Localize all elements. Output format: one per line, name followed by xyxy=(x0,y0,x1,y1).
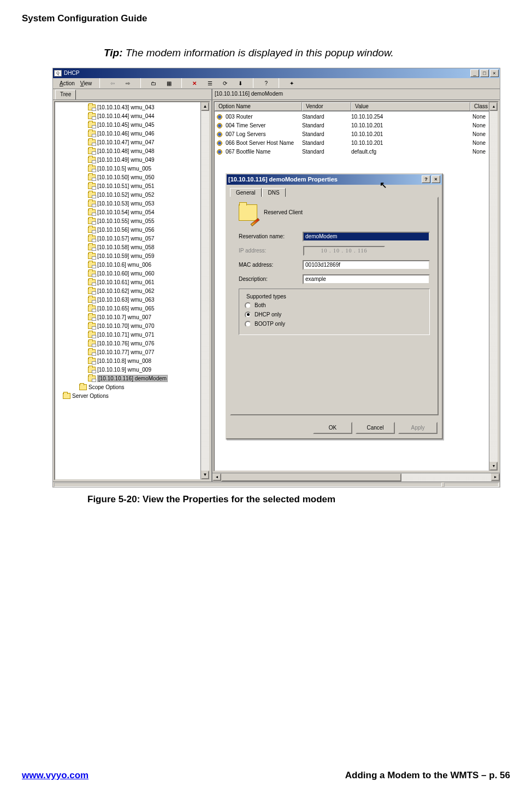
folder-icon xyxy=(88,288,96,294)
scroll-down-icon[interactable]: ▾ xyxy=(489,462,498,471)
tree-item[interactable]: [10.10.10.62] wmu_062 xyxy=(88,287,209,296)
filter-icon[interactable]: ✦ xyxy=(287,78,297,88)
scroll-up-icon[interactable]: ▲ xyxy=(201,102,209,111)
radio-dhcp-only[interactable]: DHCP only xyxy=(245,312,424,318)
apply-button[interactable]: Apply xyxy=(398,422,438,434)
show-hide-icon[interactable]: ▦ xyxy=(164,78,174,88)
scroll-up-icon[interactable]: ▴ xyxy=(489,102,498,111)
tree-item[interactable]: [10.10.10.54] wmu_054 xyxy=(88,208,209,217)
maximize-button[interactable]: □ xyxy=(480,69,489,77)
tree-item[interactable]: [10.10.10.51] wmu_051 xyxy=(88,182,209,191)
cell-vendor: Standard xyxy=(302,114,351,120)
reserved-client-icon xyxy=(239,204,257,221)
tree-item[interactable]: [10.10.10.70] wmu_070 xyxy=(88,322,209,331)
list-h-scrollbar[interactable]: ◂ ▸ xyxy=(212,473,500,481)
tree-item[interactable]: [10.10.10.44] wmu_044 xyxy=(88,112,209,121)
scroll-left-icon[interactable]: ◂ xyxy=(212,473,221,481)
export-icon[interactable]: ⬇ xyxy=(235,78,245,88)
tree-item[interactable]: [10.10.10.49] wmu_049 xyxy=(88,156,209,165)
radio-both[interactable]: Both xyxy=(245,302,424,309)
tree-item[interactable]: [10.10.10.50] wmu_050 xyxy=(88,173,209,182)
options-list[interactable]: Option Name Vendor Value Class 003 Route… xyxy=(214,101,499,472)
tree-item-label: [10.10.10.52] wmu_052 xyxy=(97,192,155,198)
list-header[interactable]: Option Name Vendor Value Class xyxy=(215,102,498,111)
tree-item[interactable]: [10.10.10.43] wmu_043 xyxy=(88,103,209,112)
col-option-name[interactable]: Option Name xyxy=(215,102,302,111)
scroll-thumb[interactable] xyxy=(221,473,401,481)
cell-value: default.cfg xyxy=(351,149,470,155)
help-icon[interactable]: ? xyxy=(261,78,271,88)
scroll-down-icon[interactable]: ▼ xyxy=(201,471,209,479)
dialog-close-button[interactable]: × xyxy=(431,175,440,183)
dialog-help-button[interactable]: ? xyxy=(422,175,430,183)
tree-item-label: [10.10.10.50] wmu_050 xyxy=(97,174,155,180)
back-icon[interactable]: ⇦ xyxy=(108,78,117,88)
window-title: DHCP xyxy=(64,70,79,76)
tree-item[interactable]: [10.10.10.63] wmu_063 xyxy=(88,296,209,304)
tab-general[interactable]: General xyxy=(230,188,262,197)
close-button[interactable]: × xyxy=(490,69,499,77)
tree-item[interactable]: [10.10.10.58] wmu_058 xyxy=(88,243,209,252)
tree-item-label: [10.10.10.59] wmu_059 xyxy=(97,253,155,259)
list-v-scrollbar[interactable]: ▴ ▾ xyxy=(489,102,498,471)
tree-item[interactable]: [10.10.10.9] wmu_009 xyxy=(88,366,209,374)
reservation-name-input[interactable]: demoModem xyxy=(303,232,430,242)
radio-bootp-only[interactable]: BOOTP only xyxy=(245,321,424,327)
scroll-right-icon[interactable]: ▸ xyxy=(491,473,500,481)
cancel-button[interactable]: Cancel xyxy=(356,422,395,434)
menu-view[interactable]: View xyxy=(80,80,92,86)
tree-item[interactable]: [10.10.10.56] wmu_056 xyxy=(88,226,209,234)
option-row[interactable]: 007 Log ServersStandard10.10.10.201None xyxy=(215,130,498,139)
tree-item[interactable]: [10.10.10.53] wmu_053 xyxy=(88,199,209,208)
tree-item[interactable]: [10.10.10.55] wmu_055 xyxy=(88,217,209,226)
up-folder-icon[interactable]: 🗀 xyxy=(149,78,158,88)
folder-icon xyxy=(88,139,96,145)
minimize-button[interactable]: _ xyxy=(470,69,479,77)
tree-item[interactable]: [10.10.10.57] wmu_057 xyxy=(88,234,209,243)
tree-item[interactable]: [10.10.10.7] wmu_007 xyxy=(88,313,209,322)
tree-scrollbar[interactable]: ▲ ▼ xyxy=(200,102,209,479)
tree-item[interactable]: [10.10.10.71] wmu_071 xyxy=(88,331,209,339)
tree-item[interactable]: [10.10.10.5] wmu_005 xyxy=(88,165,209,173)
tree-tab[interactable]: Tree xyxy=(55,90,76,99)
dialog-title: [10.10.10.116] demoModem Properties xyxy=(228,176,338,183)
folder-icon xyxy=(88,253,96,259)
tree-item[interactable]: [10.10.10.77] wmu_077 xyxy=(88,348,209,357)
folder-icon xyxy=(88,323,96,329)
ok-button[interactable]: OK xyxy=(313,422,352,434)
tree-view[interactable]: [10.10.10.43] wmu_043[10.10.10.44] wmu_0… xyxy=(54,101,210,480)
tree-item[interactable]: [10.10.10.60] wmu_060 xyxy=(88,269,209,278)
option-row[interactable]: 067 Bootfile NameStandarddefault.cfgNone xyxy=(215,148,498,156)
tree-item[interactable]: [10.10.10.45] wmu_045 xyxy=(88,121,209,130)
option-row[interactable]: 066 Boot Server Host NameStandard10.10.1… xyxy=(215,139,498,148)
description-input[interactable]: example xyxy=(303,274,430,284)
mac-address-input[interactable]: 00103d12869f xyxy=(303,260,430,270)
tree-item[interactable]: Server Options xyxy=(63,392,209,401)
delete-icon[interactable]: ✕ xyxy=(190,78,199,88)
option-row[interactable]: 004 Time ServerStandard10.10.10.201None xyxy=(215,121,498,130)
footer-url[interactable]: www.vyyo.com xyxy=(22,770,88,781)
refresh-icon[interactable]: ⟳ xyxy=(220,78,230,88)
menu-action[interactable]: Action xyxy=(60,80,75,86)
tree-item[interactable]: [10.10.10.47] wmu_047 xyxy=(88,138,209,147)
tree-item[interactable]: [10.10.10.52] wmu_052 xyxy=(88,191,209,199)
col-vendor[interactable]: Vendor xyxy=(302,102,351,111)
tab-dns[interactable]: DNS xyxy=(262,188,286,197)
tree-item[interactable]: [10.10.10.46] wmu_046 xyxy=(88,130,209,138)
tree-item[interactable]: [10.10.10.6] wmu_006 xyxy=(88,261,209,269)
tree-item[interactable]: [10.10.10.59] wmu_059 xyxy=(88,252,209,261)
tree-item[interactable]: [10.10.10.65] wmu_065 xyxy=(88,304,209,313)
tree-item-label: [10.10.10.9] wmu_009 xyxy=(97,367,151,373)
col-value[interactable]: Value xyxy=(351,102,470,111)
forward-icon[interactable]: ⇨ xyxy=(123,78,133,88)
tree-item[interactable]: [10.10.10.48] wmu_048 xyxy=(88,147,209,156)
properties-icon[interactable]: ☰ xyxy=(205,78,215,88)
tree-item[interactable]: [10.10.10.61] wmu_061 xyxy=(88,278,209,287)
tree-item[interactable]: [10.10.10.8] wmu_008 xyxy=(88,357,209,366)
tree-item[interactable]: Scope Options xyxy=(79,383,209,392)
tree-item[interactable]: [10.10.10.76] wmu_076 xyxy=(88,339,209,348)
tree-item-selected[interactable]: [10.10.10.116] demoModem xyxy=(88,374,209,383)
option-row[interactable]: 003 RouterStandard10.10.10.254None xyxy=(215,113,498,121)
tree-item-label: [10.10.10.53] wmu_053 xyxy=(97,201,155,207)
tree-item-label: [10.10.10.61] wmu_061 xyxy=(97,279,155,285)
